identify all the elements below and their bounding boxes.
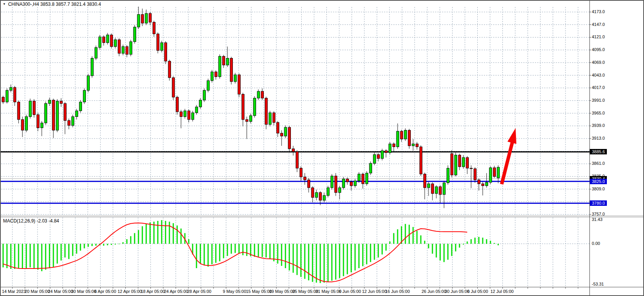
- macd-histogram-bar: [343, 244, 344, 276]
- macd-histogram-bar: [196, 244, 197, 268]
- macd-histogram-bar: [266, 244, 267, 257]
- price-badge: 3780.0: [590, 200, 607, 206]
- price-tick-label: 3757.0: [592, 212, 605, 216]
- candle-down: [377, 155, 380, 159]
- candle-down: [102, 37, 105, 43]
- macd-histogram-bar: [374, 244, 375, 260]
- macd-histogram-bar: [123, 242, 124, 244]
- candle-up: [122, 46, 125, 53]
- price-tick-label: 4173.0: [592, 9, 605, 14]
- candle-down: [439, 187, 442, 195]
- macd-histogram-bar: [301, 244, 302, 277]
- macd-histogram-bar: [482, 238, 483, 244]
- macd-histogram-bar: [463, 244, 464, 245]
- macd-histogram-bar: [76, 244, 77, 254]
- macd-histogram-bar: [448, 244, 449, 260]
- candle-down: [350, 182, 353, 186]
- price-tick-label: 4069.0: [592, 60, 605, 65]
- macd-histogram-bar: [417, 231, 418, 244]
- symbol-dropdown-icon[interactable]: ▼: [3, 3, 6, 6]
- candle-up: [191, 113, 194, 120]
- candle-down: [230, 58, 233, 81]
- candle-down: [52, 100, 55, 130]
- macd-histogram-bar: [239, 244, 240, 254]
- candle-up: [95, 48, 97, 58]
- macd-histogram-bar: [57, 244, 58, 263]
- macd-histogram-bar: [440, 244, 441, 260]
- candle-down: [424, 174, 426, 188]
- candle-down: [60, 101, 63, 103]
- macd-histogram-bar: [61, 244, 62, 260]
- macd-histogram-bar: [498, 244, 499, 245]
- macd-histogram-bar: [436, 244, 437, 257]
- macd-histogram-bar: [26, 244, 27, 269]
- macd-histogram-bar: [142, 226, 143, 244]
- candle-down: [420, 147, 422, 174]
- candle-up: [381, 151, 384, 158]
- candle-up: [41, 123, 43, 128]
- macd-histogram-bar: [173, 223, 174, 244]
- candle-down: [273, 113, 275, 122]
- candle-up: [56, 101, 59, 130]
- price-tick-label: 3861.0: [592, 161, 605, 166]
- candle-down: [261, 91, 264, 98]
- macd-histogram-bar: [126, 239, 128, 244]
- candle-up: [373, 155, 376, 164]
- candle-down: [180, 112, 183, 117]
- candle-up: [226, 58, 229, 65]
- trend-arrow-head[interactable]: [507, 128, 516, 144]
- candle-up: [354, 181, 357, 186]
- candle-down: [64, 103, 67, 120]
- macd-histogram-bar: [270, 244, 271, 259]
- candle-up: [130, 42, 132, 55]
- time-tick-label: 6 Jul 05:00: [467, 289, 488, 294]
- price-tick-label: 3991.0: [592, 98, 605, 103]
- trend-arrow-shaft[interactable]: [502, 142, 512, 184]
- macd-histogram-bar: [227, 244, 228, 256]
- time-tick-label: 25 May 05:00: [292, 289, 318, 294]
- macd-histogram-bar: [34, 244, 35, 269]
- time-tick-label: 24 Apr 05:00: [164, 289, 188, 294]
- macd-histogram-bar: [231, 244, 232, 254]
- candle-up: [257, 91, 260, 98]
- candle-up: [137, 14, 140, 27]
- time-tick-label: 18 Apr 05:00: [141, 289, 165, 294]
- candle-down: [304, 177, 306, 180]
- macd-histogram-bar: [386, 244, 387, 251]
- macd-histogram-bar: [324, 244, 325, 282]
- macd-histogram-bar: [200, 244, 201, 263]
- macd-histogram-bar: [428, 244, 429, 248]
- candle-up: [462, 157, 465, 167]
- candle-up: [447, 168, 449, 183]
- candle-up: [219, 56, 221, 77]
- macd-histogram-bar: [471, 239, 472, 244]
- macd-histogram-bar: [130, 236, 132, 244]
- macd-histogram-bar: [262, 244, 263, 257]
- macd-histogram-bar: [212, 244, 213, 264]
- time-tick-label: 6 Jun 05:00: [339, 289, 361, 294]
- macd-histogram-bar: [22, 244, 23, 268]
- candle-down: [300, 168, 302, 177]
- candle-down: [307, 180, 310, 188]
- candle-up: [315, 193, 318, 198]
- candle-up: [369, 163, 372, 173]
- macd-histogram-bar: [378, 244, 379, 257]
- macd-histogram-bar: [475, 238, 476, 244]
- macd-histogram-bar: [208, 244, 209, 267]
- candle-up: [249, 116, 252, 121]
- candle-up: [195, 107, 198, 113]
- macd-histogram-bar: [308, 244, 309, 281]
- candle-down: [153, 22, 155, 34]
- candle-down: [149, 14, 152, 22]
- macd-histogram-bar: [405, 224, 406, 244]
- candle-down: [222, 56, 225, 65]
- price-tick-label: 4121.0: [592, 34, 605, 39]
- macd-histogram-bar: [96, 244, 97, 246]
- candle-down: [2, 97, 5, 102]
- candle-down: [451, 154, 453, 175]
- macd-histogram-bar: [339, 244, 340, 278]
- candle-down: [157, 34, 159, 51]
- candle-up: [83, 90, 86, 102]
- candle-up: [44, 103, 47, 123]
- macd-histogram-bar: [478, 237, 480, 244]
